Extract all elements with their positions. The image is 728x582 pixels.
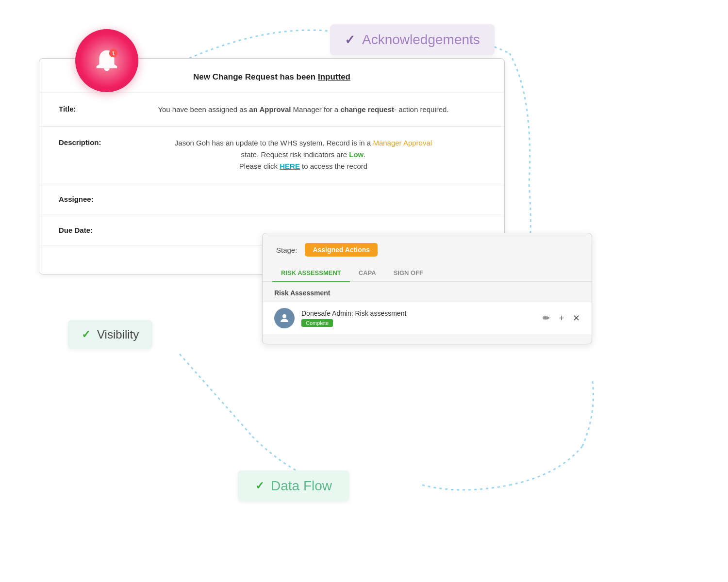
visibility-badge: ✓ Visibility (68, 320, 152, 349)
complete-badge: Complete (301, 319, 333, 327)
close-icon[interactable]: ✕ (573, 313, 580, 323)
desc-line3: Please click HERE to access the record (122, 161, 485, 172)
description-content: Jason Goh has an update to the WHS syste… (122, 137, 485, 172)
ack-label: Acknowledgements (362, 32, 480, 48)
visibility-label: Visibility (97, 328, 139, 341)
tab-risk-assessment[interactable]: RISK ASSESSMENT (272, 264, 350, 282)
stage-list-item: Donesafe Admin: Risk assessment Complete… (263, 302, 592, 334)
card-title-plain: New Change Request has been (193, 72, 318, 81)
stage-section-header: Risk Assessment (263, 282, 592, 302)
desc-line2: state. Request risk indicators are Low. (122, 149, 485, 161)
dataflow-label: Data Flow (271, 478, 332, 494)
card-title: New Change Request has been Inputted (193, 72, 350, 81)
stage-row: Stage: Assigned Actions (263, 233, 592, 264)
stage-value-badge: Assigned Actions (305, 243, 378, 257)
assignee-label: Assignee: (59, 194, 122, 203)
tab-sign-off[interactable]: SIGN OFF (385, 264, 432, 282)
title-label: Title: (59, 104, 122, 113)
visibility-check-icon: ✓ (82, 328, 90, 341)
dataflow-badge: ✓ Data Flow (238, 470, 349, 501)
dataflow-check-icon: ✓ (255, 480, 264, 492)
due-date-label: Due Date: (59, 225, 122, 234)
desc-line1: Jason Goh has an update to the WHS syste… (122, 137, 485, 149)
tab-capa[interactable]: CAPA (350, 264, 385, 282)
item-name: Donesafe Admin: Risk assessment (301, 309, 536, 317)
title-row: Title: You have been assigned as an Appr… (39, 93, 504, 127)
acknowledgements-badge: ✓ Acknowledgements (330, 24, 495, 55)
svg-point-2 (282, 314, 286, 318)
item-info: Donesafe Admin: Risk assessment Complete (301, 309, 536, 327)
description-label: Description: (59, 137, 122, 146)
add-icon[interactable]: + (559, 313, 564, 323)
stage-label: Stage: (276, 246, 297, 254)
avatar (274, 308, 295, 328)
edit-icon[interactable]: ✏ (543, 313, 550, 323)
title-content: You have been assigned as an Approval Ma… (122, 104, 485, 115)
bell-notification-circle: 1 (75, 29, 138, 92)
description-row: Description: Jason Goh has an update to … (39, 127, 504, 183)
ack-check-icon: ✓ (345, 32, 355, 48)
card-title-underline: Inputted (318, 72, 350, 81)
svg-text:1: 1 (112, 50, 115, 56)
item-actions: ✏ + ✕ (543, 313, 580, 323)
stage-panel: Stage: Assigned Actions RISK ASSESSMENT … (262, 233, 592, 344)
stage-tabs: RISK ASSESSMENT CAPA SIGN OFF (263, 264, 592, 282)
assignee-row: Assignee: (39, 183, 504, 214)
here-link[interactable]: HERE (280, 162, 300, 170)
